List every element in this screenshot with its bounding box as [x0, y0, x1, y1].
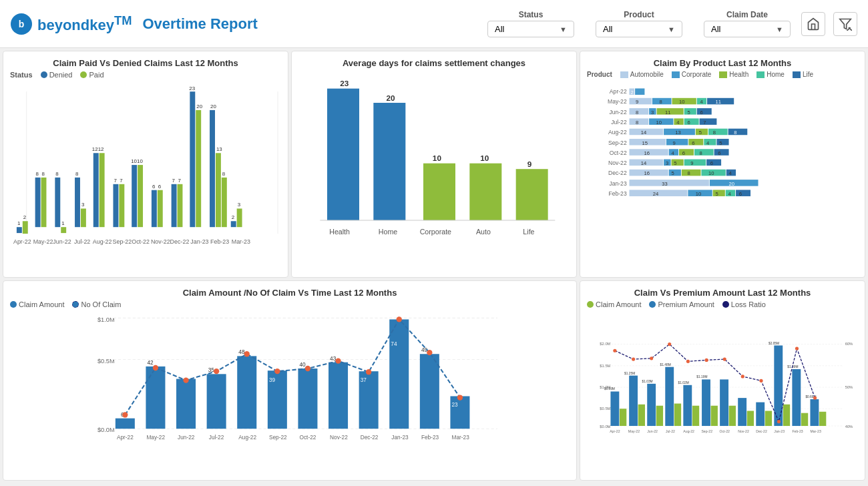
- bar-denied-dec22: [172, 184, 177, 227]
- svg-text:9: 9: [527, 160, 532, 168]
- svg-text:20: 20: [387, 93, 396, 102]
- legend-denied: Denied: [41, 71, 73, 79]
- svg-text:Jun-22: Jun-22: [178, 434, 195, 441]
- filter-clear-icon[interactable]: [833, 12, 857, 36]
- chart2-svg: 23 Health 20 Home 10 Corporate 10 Auto 9…: [298, 71, 570, 263]
- claim-date-filter-group: Claim Date All ▼: [704, 10, 791, 37]
- product-filter-select[interactable]: All ▼: [596, 21, 682, 37]
- svg-text:5: 5: [672, 170, 674, 176]
- status-filter-select[interactable]: All ▼: [487, 21, 574, 37]
- bar5-premium-sep22: [702, 379, 710, 426]
- bar4-apr22: [116, 419, 135, 429]
- bar5-premium-feb23: [792, 369, 801, 426]
- logo: b beyondkeyTM Overtime Report: [11, 13, 258, 35]
- claim-amount5-dot: [587, 301, 594, 308]
- svg-text:2: 2: [630, 89, 633, 95]
- svg-text:Nov-22: Nov-22: [330, 434, 348, 441]
- svg-text:10: 10: [708, 170, 714, 176]
- loss-dot: [722, 301, 729, 308]
- chart1-legend: Status Denied Paid: [10, 71, 281, 79]
- dot-oct22: [305, 366, 310, 371]
- bar4-jun22: [176, 379, 196, 429]
- bar-denied-feb23: [210, 110, 215, 227]
- svg-text:Sep-22: Sep-22: [701, 429, 712, 433]
- svg-text:4: 4: [706, 140, 710, 146]
- svg-text:Dec-22: Dec-22: [361, 434, 379, 441]
- bar-denied-oct22: [132, 165, 137, 227]
- svg-text:8: 8: [659, 99, 662, 105]
- home-icon[interactable]: [801, 12, 825, 36]
- svg-text:6: 6: [692, 140, 694, 146]
- svg-text:60%: 60%: [845, 342, 853, 346]
- dot-nov22: [335, 358, 341, 363]
- chart4-title: Claim Amount /No Of Claim Vs Time Last 1…: [10, 288, 570, 298]
- svg-text:Sep-22: Sep-22: [608, 140, 627, 146]
- legend-life: Life: [793, 71, 813, 78]
- svg-rect-106: [716, 139, 728, 146]
- svg-text:Feb-23: Feb-23: [608, 190, 626, 197]
- no-claim-dot: [72, 301, 79, 308]
- dot-dec22: [366, 369, 371, 375]
- loss-dot-nov22: [741, 375, 744, 378]
- bar-paid-sep22: [119, 184, 124, 227]
- chart3-title: Claim By Product Last 12 Months: [587, 58, 858, 68]
- svg-text:May-22: May-22: [146, 434, 165, 441]
- svg-text:Health: Health: [329, 228, 350, 236]
- svg-text:$0.0M: $0.0M: [600, 425, 610, 429]
- svg-text:11: 11: [665, 109, 670, 115]
- svg-text:5: 5: [687, 109, 690, 115]
- bar4-jan23: [389, 319, 409, 429]
- svg-text:$1.48M: $1.48M: [660, 363, 671, 367]
- bar-denied-sep22: [113, 184, 118, 227]
- svg-rect-83: [684, 118, 699, 125]
- loss-dot-jul22: [668, 342, 671, 346]
- bar-auto: [469, 164, 501, 220]
- svg-text:Aug-22: Aug-22: [608, 129, 627, 136]
- svg-text:42: 42: [148, 359, 154, 366]
- bar-corporate: [423, 164, 455, 220]
- svg-text:14: 14: [641, 160, 647, 166]
- svg-text:8: 8: [42, 171, 45, 177]
- chart1-svg: Apr-22 May-22 Jun-22 Jul-22 Aug-22 Sep-2…: [10, 81, 281, 260]
- chart-claim-time: Claim Amount /No Of Claim Vs Time Last 1…: [3, 280, 577, 481]
- svg-text:23: 23: [452, 401, 459, 408]
- svg-text:Jul-22: Jul-22: [666, 429, 675, 433]
- svg-text:74: 74: [391, 340, 397, 347]
- dot-jul22: [214, 369, 219, 374]
- dot-may22: [153, 365, 158, 371]
- bar-denied-apr22: [17, 227, 22, 233]
- legend-premium: Premium Amount: [649, 300, 714, 308]
- svg-text:6: 6: [700, 109, 703, 115]
- svg-rect-95: [728, 129, 748, 136]
- bar5-claim-jul22: [674, 403, 681, 426]
- svg-text:20: 20: [210, 103, 216, 109]
- svg-text:8: 8: [687, 170, 690, 176]
- svg-text:2: 2: [232, 214, 234, 220]
- header: b beyondkeyTM Overtime Report Status All…: [0, 0, 868, 48]
- svg-text:39: 39: [269, 377, 276, 383]
- svg-text:May-22: May-22: [608, 98, 627, 105]
- svg-text:37: 37: [361, 377, 367, 383]
- svg-text:Life: Life: [523, 228, 534, 236]
- svg-rect-105: [704, 139, 716, 146]
- svg-text:Feb-23: Feb-23: [421, 434, 439, 441]
- svg-text:Oct-22: Oct-22: [719, 429, 730, 433]
- loss-dot-apr22: [613, 349, 616, 352]
- bar-denied-jul22: [75, 178, 80, 227]
- legend-loss: Loss Ratio: [722, 300, 766, 308]
- svg-text:Aug-22: Aug-22: [238, 434, 256, 441]
- svg-text:1: 1: [17, 220, 21, 226]
- bar-life: [516, 169, 548, 220]
- bar5-premium-mar23: [810, 399, 819, 426]
- svg-rect-58: [629, 98, 651, 105]
- claim-date-filter-select[interactable]: All ▼: [704, 21, 791, 37]
- bar5-claim-dec22: [765, 411, 772, 426]
- svg-text:8: 8: [36, 171, 39, 177]
- svg-text:8: 8: [713, 130, 716, 136]
- svg-text:Auto: Auto: [476, 228, 491, 236]
- chart5-legend: Claim Amount Premium Amount Loss Ratio: [587, 300, 858, 308]
- svg-rect-84: [700, 118, 717, 125]
- bar5-claim-nov22: [747, 411, 754, 426]
- svg-text:Mar-23: Mar-23: [810, 429, 821, 433]
- svg-rect-72: [684, 108, 696, 115]
